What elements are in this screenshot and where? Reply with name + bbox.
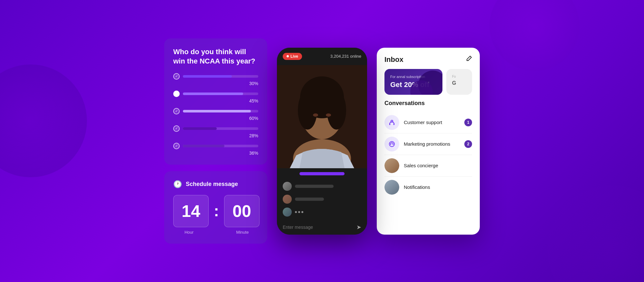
live-label: Live <box>290 54 298 59</box>
minute-box[interactable]: 00 <box>224 195 260 227</box>
conv-name-support: Customer support <box>404 120 460 125</box>
inbox-promo-scroll: For annal subscription Get 20% off Fo G <box>377 69 480 100</box>
schedule-card: 🕐 Schedule message 14 : 00 Hour <box>164 171 267 244</box>
conversation-item-sales[interactable]: Sales concierge <box>384 155 472 177</box>
poll-options: ✓ 30% 45% <box>173 73 258 156</box>
chat-bubble-2 <box>295 198 324 201</box>
conversation-item-marketing[interactable]: Marketing promotions 2 <box>384 133 472 155</box>
hour-value: 14 <box>182 201 200 221</box>
poll-bar-1 <box>183 75 232 78</box>
svg-point-5 <box>327 91 346 130</box>
hour-box[interactable]: 14 <box>173 195 209 227</box>
poll-option-5[interactable]: ✓ 36% <box>173 143 258 156</box>
clock-icon: 🕐 <box>173 180 182 189</box>
poll-bar-5 <box>183 145 224 147</box>
poll-percent-2: 45% <box>173 98 258 103</box>
live-badge: Live <box>283 53 302 60</box>
svg-rect-12 <box>390 144 391 145</box>
partial-card-text: G <box>452 80 466 86</box>
svg-point-10 <box>391 120 393 122</box>
partial-card-label: Fo <box>452 75 466 78</box>
phone-input-bar: Enter message ➤ <box>277 220 367 235</box>
inbox-title: Inbox <box>384 55 403 64</box>
conv-name-marketing: Marketing promotions <box>404 141 460 147</box>
chat-dot-2 <box>298 211 300 213</box>
svg-rect-9 <box>393 123 394 125</box>
svg-point-4 <box>298 91 317 130</box>
poll-check-3: ✓ <box>173 108 180 114</box>
schedule-title: Schedule message <box>186 181 238 188</box>
promo-card-main[interactable]: For annal subscription Get 20% off <box>384 69 442 95</box>
conv-avatar-support <box>384 115 399 130</box>
svg-point-6 <box>313 113 318 117</box>
poll-check-5: ✓ <box>173 143 180 149</box>
online-count: 3,204,231 online <box>330 54 361 59</box>
poll-bar-2 <box>183 92 243 95</box>
poll-question: Who do you think will win the NCAA this … <box>173 47 258 66</box>
poll-bar-4 <box>183 127 217 130</box>
poll-percent-4: 28% <box>173 133 258 138</box>
inbox-panel: Inbox For annal subscription Get 20% off… <box>377 48 480 235</box>
minute-value: 00 <box>232 201 251 221</box>
svg-rect-13 <box>393 144 394 145</box>
poll-option-1[interactable]: ✓ 30% <box>173 73 258 86</box>
poll-option-4[interactable]: ✓ 28% <box>173 125 258 138</box>
poll-bar-container-5 <box>183 145 258 147</box>
chat-bubble-1 <box>295 185 334 188</box>
poll-percent-5: 36% <box>173 151 258 156</box>
chat-dots <box>295 211 303 213</box>
phone-input-placeholder[interactable]: Enter message <box>283 225 313 230</box>
conv-name-sales: Sales concierge <box>404 163 472 168</box>
poll-check-2 <box>173 91 180 97</box>
conversation-item-notifications[interactable]: Notifications <box>384 177 472 198</box>
svg-point-11 <box>389 141 394 147</box>
schedule-header: 🕐 Schedule message <box>173 180 258 189</box>
time-label-sep <box>210 230 222 235</box>
send-arrow-icon[interactable]: ➤ <box>356 224 361 231</box>
time-display: 14 : 00 <box>173 195 258 227</box>
conversation-item-support[interactable]: Customer support 1 <box>384 112 472 133</box>
conv-name-notifications: Notifications <box>404 184 472 190</box>
conv-avatar-notifications <box>384 180 399 195</box>
chat-msg-2 <box>283 195 361 204</box>
poll-check-4: ✓ <box>173 125 180 132</box>
chat-avatar-2 <box>283 195 292 204</box>
conv-avatar-sales <box>384 158 399 173</box>
hour-label: Hour <box>173 230 205 235</box>
sales-avatar-image <box>384 158 399 173</box>
poll-option-3[interactable]: ✓ 60% <box>173 108 258 121</box>
poll-bar-container-1 <box>183 75 258 78</box>
phone-top-bar: Live 3,204,231 online <box>277 48 367 65</box>
send-button-bar <box>277 168 367 179</box>
chat-msg-3 <box>283 208 361 217</box>
minute-label: Minute <box>227 230 258 235</box>
edit-icon[interactable] <box>466 55 472 63</box>
notifications-avatar-image <box>384 180 399 195</box>
poll-bar-container-2 <box>183 92 258 95</box>
chat-avatar-1 <box>283 182 292 191</box>
person-silhouette <box>277 65 367 168</box>
conv-avatar-marketing <box>384 137 399 151</box>
conversations-section: Conversations Customer support 1 <box>377 100 480 235</box>
inbox-header: Inbox <box>377 48 480 69</box>
svg-rect-8 <box>389 123 390 125</box>
poll-percent-1: 30% <box>173 81 258 86</box>
live-dot <box>287 55 289 57</box>
chat-avatar-3 <box>283 208 292 217</box>
chat-msg-1 <box>283 182 361 191</box>
time-separator: : <box>214 202 219 220</box>
poll-percent-3: 60% <box>173 116 258 121</box>
conversations-title: Conversations <box>384 100 472 107</box>
poll-bar-3 <box>183 110 251 112</box>
poll-option-2[interactable]: 45% <box>173 91 258 103</box>
promo-card-partial[interactable]: Fo G <box>446 69 472 95</box>
chat-messages <box>277 179 367 219</box>
poll-check-1: ✓ <box>173 73 180 80</box>
time-labels: Hour Minute <box>173 230 258 235</box>
conv-badge-marketing: 2 <box>464 140 472 148</box>
conv-badge-support: 1 <box>464 119 472 126</box>
chat-dot-3 <box>301 211 303 213</box>
phone-video <box>277 65 367 168</box>
send-pill[interactable] <box>299 172 345 175</box>
phone-container: Live 3,204,231 online <box>277 48 367 235</box>
